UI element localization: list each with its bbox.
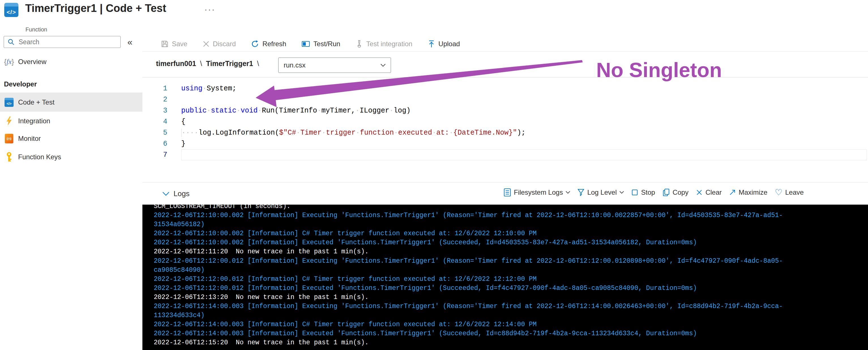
log-line: 2022-12-06T12:11:20 No new trace in the … [154,247,868,256]
save-button[interactable]: Save [161,40,187,48]
log-line: 2022-12-06T12:14:00.003 [Information] C#… [154,320,868,329]
discard-label: Discard [213,40,236,48]
clear-button[interactable]: Clear [696,188,722,196]
log-console[interactable]: SCM_LOGSTREAM_TIMEOUT (in seconds).2022-… [143,205,868,350]
code-text: } [181,138,867,149]
code-text: { [181,116,867,127]
file-dropdown[interactable]: run.csx [278,58,391,73]
code-text [181,149,867,161]
monitor-icon: ((•)) [4,134,14,144]
stop-button[interactable]: Stop [631,188,655,196]
line-number: 7 [143,149,167,161]
stop-icon [631,189,638,196]
heart-icon: ♡ [775,188,782,197]
maximize-label: Maximize [739,188,767,196]
logs-title: Logs [174,189,189,198]
log-line: 2022-12-06T12:10:00.002 [Information] Ex… [154,238,868,247]
logs-controls: Filesystem Logs Log Level Stop [504,188,804,197]
annotation-label: No Singleton [596,58,722,82]
save-label: Save [172,40,187,48]
sidebar-item-label: Function Keys [18,153,61,161]
log-level-dropdown[interactable]: Log Level [578,188,624,196]
refresh-button[interactable]: Refresh [251,40,286,48]
page-title: TimerTrigger1 | Code + Test [25,2,166,14]
copy-button[interactable]: Copy [662,188,688,196]
test-run-button[interactable]: Test/Run [302,40,340,48]
logs-collapse-toggle[interactable]: Logs [162,189,189,198]
sidebar-item-label: Integration [18,117,50,125]
code-text: ····log.LogInformation($"C#·Timer·trigge… [181,127,867,138]
sidebar-item-label: Overview [18,58,46,66]
code-text [181,94,867,105]
breadcrumb-row: timerfun001\TimerTrigger1\ run.csx [143,52,868,77]
chevron-down-icon [380,64,385,67]
collapse-sidebar-button[interactable]: « [127,37,132,47]
file-dropdown-value: run.csx [284,61,306,69]
log-line: 2022-12-06T12:14:00.003 [Information] Ex… [154,329,868,338]
fx-icon: {fx} [4,57,14,67]
filter-funnel-icon [578,189,584,196]
line-number: 5 [143,127,167,138]
log-line: 31534a056182) [154,220,868,229]
copy-label: Copy [673,188,688,196]
discard-button[interactable]: Discard [203,40,236,48]
line-number: 3 [143,105,167,116]
chevron-down-icon [619,191,624,194]
code-line-3: 3public·static·void·Run(TimerInfo·myTime… [143,105,868,116]
key-icon [4,152,14,162]
line-number: 4 [143,116,167,127]
code-line-1: 1using·System; [143,83,868,94]
line-number: 6 [143,138,167,149]
code-glyph: </> [6,7,16,17]
code-editor[interactable]: 1using·System;23public·static·void·Run(T… [143,77,868,188]
leave-label: Leave [785,188,804,196]
breadcrumb-separator: \ [257,60,259,67]
log-line: 113234d633c4) [154,311,868,320]
log-line: 2022-12-06T12:10:00.002 [Information] Ex… [154,211,868,220]
log-line: 2022-12-06T12:15:20 No new trace in the … [154,338,868,347]
code-text: public·static·void·Run(TimerInfo·myTimer… [181,105,867,116]
filesystem-logs-label: Filesystem Logs [514,188,563,196]
test-run-icon [302,40,310,47]
code-line-4: 4{ [143,116,868,127]
editor-toolbar: Save Discard Refresh Test/Run Test integ… [143,36,868,52]
clear-icon [696,189,703,196]
search-input[interactable] [18,38,113,46]
logs-panel-header: Logs Filesystem Logs Log Level [143,182,868,205]
breadcrumb-separator: \ [200,60,202,67]
function-app-icon: </> [4,3,19,17]
sidebar-item-overview[interactable]: {fx} Overview [0,54,143,69]
breadcrumb: timerfun001\TimerTrigger1\ [156,60,263,68]
leave-feedback-button[interactable]: ♡ Leave [775,188,804,197]
maximize-button[interactable]: Maximize [729,188,767,196]
lightning-icon [4,116,14,126]
upload-button[interactable]: Upload [428,40,460,48]
chevron-down-icon [162,192,169,196]
upload-label: Upload [438,40,460,48]
sidebar-section-developer: Developer [4,80,37,88]
code-line-2: 2 [143,94,868,105]
save-icon [161,40,168,48]
log-line: 2022-12-06T12:10:00.002 [Information] C#… [154,229,868,238]
sidebar-item-monitor[interactable]: ((•)) Monitor [0,131,143,146]
log-console-lines: SCM_LOGSTREAM_TIMEOUT (in seconds).2022-… [143,205,868,347]
copy-icon [662,188,670,196]
resource-type-label: Function [26,26,47,33]
more-options-button[interactable]: ··· [205,4,215,14]
upload-icon [428,40,435,48]
breadcrumb-app[interactable]: timerfun001 [156,60,196,67]
code-line-6: 6} [143,138,868,149]
breadcrumb-function[interactable]: TimerTrigger1 [206,60,253,67]
log-line: ca9085c84090) [154,266,868,274]
filesystem-logs-dropdown[interactable]: Filesystem Logs [504,188,570,197]
stop-label: Stop [641,188,655,196]
chevron-down-icon [566,191,570,194]
line-number: 2 [143,94,167,105]
code-line-5: 5····log.LogInformation($"C#·Timer·trigg… [143,127,868,138]
sidebar-item-code-test[interactable]: </> Code + Test [0,93,143,112]
sidebar-item-integration[interactable]: Integration [0,114,143,128]
sidebar-item-function-keys[interactable]: Function Keys [0,150,143,164]
sidebar-item-label: Code + Test [18,98,54,106]
test-integration-button[interactable]: Test integration [355,40,412,48]
sidebar-search[interactable] [4,36,121,48]
